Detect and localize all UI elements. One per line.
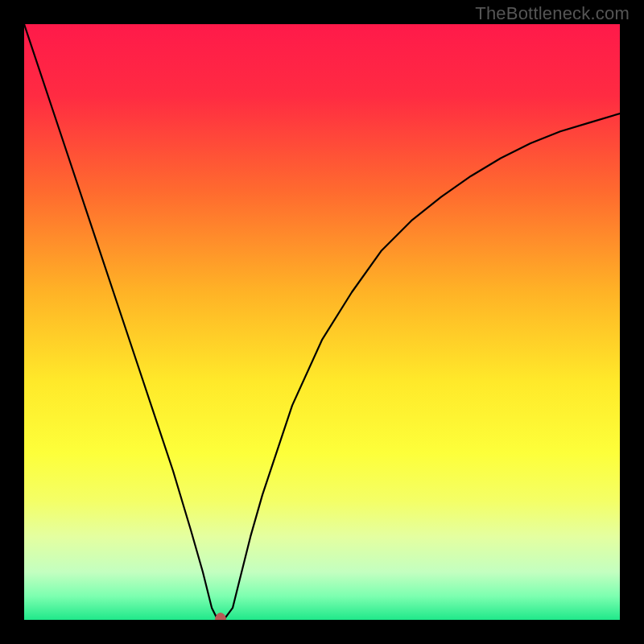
plot-area [24,24,620,620]
bottleneck-curve [24,24,620,620]
watermark-text: TheBottleneck.com [475,3,630,24]
bottleneck-chart: TheBottleneck.com [0,0,644,644]
